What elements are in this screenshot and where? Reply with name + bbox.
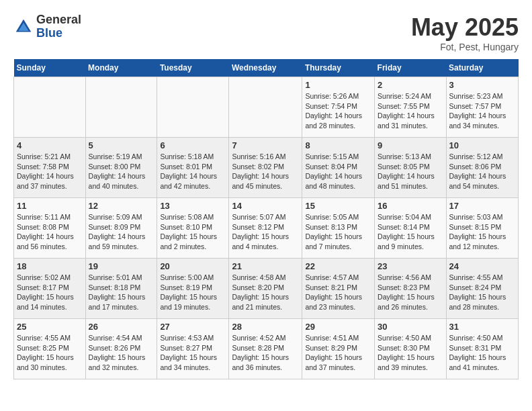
day-number: 21 <box>232 261 299 271</box>
calendar-cell: 13Sunrise: 5:08 AM Sunset: 8:10 PM Dayli… <box>157 198 229 259</box>
day-number: 10 <box>449 140 515 150</box>
header-row: SundayMondayTuesdayWednesdayThursdayFrid… <box>14 59 519 77</box>
day-info: Sunrise: 4:50 AM Sunset: 8:30 PM Dayligh… <box>378 333 443 373</box>
day-info: Sunrise: 5:13 AM Sunset: 8:05 PM Dayligh… <box>378 152 443 191</box>
day-info: Sunrise: 5:16 AM Sunset: 8:02 PM Dayligh… <box>232 152 299 191</box>
calendar-cell: 31Sunrise: 4:50 AM Sunset: 8:31 PM Dayli… <box>446 319 518 379</box>
title-block: May 2025 Fot, Pest, Hungary <box>411 13 519 52</box>
day-info: Sunrise: 4:57 AM Sunset: 8:21 PM Dayligh… <box>305 273 371 312</box>
calendar-cell: 25Sunrise: 4:55 AM Sunset: 8:25 PM Dayli… <box>14 319 86 379</box>
calendar-cell: 15Sunrise: 5:05 AM Sunset: 8:13 PM Dayli… <box>302 198 375 259</box>
day-number: 4 <box>17 140 83 150</box>
day-number: 25 <box>17 322 83 332</box>
calendar-cell: 28Sunrise: 4:52 AM Sunset: 8:28 PM Dayli… <box>229 319 302 379</box>
day-number: 27 <box>160 322 226 332</box>
day-info: Sunrise: 5:04 AM Sunset: 8:14 PM Dayligh… <box>378 212 443 252</box>
day-info: Sunrise: 5:08 AM Sunset: 8:10 PM Dayligh… <box>160 212 226 252</box>
day-number: 11 <box>17 201 83 211</box>
day-header-sunday: Sunday <box>14 59 86 77</box>
calendar-cell: 9Sunrise: 5:13 AM Sunset: 8:05 PM Daylig… <box>375 138 446 198</box>
logo-text: General Blue <box>36 13 81 40</box>
day-info: Sunrise: 5:19 AM Sunset: 8:00 PM Dayligh… <box>89 152 154 191</box>
day-number: 15 <box>305 201 371 211</box>
calendar-cell: 5Sunrise: 5:19 AM Sunset: 8:00 PM Daylig… <box>85 138 157 198</box>
calendar-week-4: 18Sunrise: 5:02 AM Sunset: 8:17 PM Dayli… <box>14 259 519 319</box>
calendar-cell: 2Sunrise: 5:24 AM Sunset: 7:55 PM Daylig… <box>375 77 446 138</box>
day-number: 23 <box>378 261 443 271</box>
day-number: 17 <box>449 201 515 211</box>
day-info: Sunrise: 5:07 AM Sunset: 8:12 PM Dayligh… <box>232 212 299 252</box>
day-info: Sunrise: 4:55 AM Sunset: 8:25 PM Dayligh… <box>17 333 83 373</box>
day-info: Sunrise: 5:12 AM Sunset: 8:06 PM Dayligh… <box>449 152 515 191</box>
calendar-cell: 14Sunrise: 5:07 AM Sunset: 8:12 PM Dayli… <box>229 198 302 259</box>
day-number: 9 <box>378 140 443 150</box>
day-number: 16 <box>378 201 443 211</box>
calendar-cell: 11Sunrise: 5:11 AM Sunset: 8:08 PM Dayli… <box>14 198 86 259</box>
day-info: Sunrise: 5:05 AM Sunset: 8:13 PM Dayligh… <box>305 212 371 252</box>
day-info: Sunrise: 5:01 AM Sunset: 8:18 PM Dayligh… <box>89 273 154 312</box>
calendar-cell: 3Sunrise: 5:23 AM Sunset: 7:57 PM Daylig… <box>446 77 518 138</box>
day-info: Sunrise: 4:58 AM Sunset: 8:20 PM Dayligh… <box>232 273 299 312</box>
calendar-cell: 21Sunrise: 4:58 AM Sunset: 8:20 PM Dayli… <box>229 259 302 319</box>
day-number: 31 <box>449 322 515 332</box>
calendar-cell: 4Sunrise: 5:21 AM Sunset: 7:58 PM Daylig… <box>14 138 86 198</box>
day-info: Sunrise: 5:02 AM Sunset: 8:17 PM Dayligh… <box>17 273 83 312</box>
day-info: Sunrise: 5:21 AM Sunset: 7:58 PM Dayligh… <box>17 152 83 191</box>
calendar-week-3: 11Sunrise: 5:11 AM Sunset: 8:08 PM Dayli… <box>14 198 519 259</box>
page-header: General Blue May 2025 Fot, Pest, Hungary <box>13 13 519 52</box>
day-number: 5 <box>89 140 154 150</box>
day-number: 29 <box>305 322 371 332</box>
calendar-cell <box>85 77 157 138</box>
logo: General Blue <box>13 13 81 40</box>
day-number: 24 <box>449 261 515 271</box>
day-header-saturday: Saturday <box>446 59 518 77</box>
day-number: 12 <box>89 201 154 211</box>
calendar-cell: 7Sunrise: 5:16 AM Sunset: 8:02 PM Daylig… <box>229 138 302 198</box>
day-info: Sunrise: 5:15 AM Sunset: 8:04 PM Dayligh… <box>305 152 371 191</box>
day-number: 18 <box>17 261 83 271</box>
calendar-cell: 17Sunrise: 5:03 AM Sunset: 8:15 PM Dayli… <box>446 198 518 259</box>
day-number: 8 <box>305 140 371 150</box>
calendar-cell: 29Sunrise: 4:51 AM Sunset: 8:29 PM Dayli… <box>302 319 375 379</box>
day-number: 14 <box>232 201 299 211</box>
calendar-cell <box>157 77 229 138</box>
logo-blue: Blue <box>36 27 81 40</box>
day-info: Sunrise: 4:51 AM Sunset: 8:29 PM Dayligh… <box>305 333 371 373</box>
month-title: May 2025 <box>411 13 519 42</box>
day-number: 28 <box>232 322 299 332</box>
calendar-cell: 23Sunrise: 4:56 AM Sunset: 8:23 PM Dayli… <box>375 259 446 319</box>
day-number: 26 <box>89 322 154 332</box>
calendar-cell: 27Sunrise: 4:53 AM Sunset: 8:27 PM Dayli… <box>157 319 229 379</box>
calendar-cell <box>229 77 302 138</box>
calendar-cell <box>14 77 86 138</box>
calendar-cell: 1Sunrise: 5:26 AM Sunset: 7:54 PM Daylig… <box>302 77 375 138</box>
day-number: 22 <box>305 261 371 271</box>
day-header-thursday: Thursday <box>302 59 375 77</box>
calendar-cell: 10Sunrise: 5:12 AM Sunset: 8:06 PM Dayli… <box>446 138 518 198</box>
calendar-table: SundayMondayTuesdayWednesdayThursdayFrid… <box>13 59 519 379</box>
day-info: Sunrise: 4:55 AM Sunset: 8:24 PM Dayligh… <box>449 273 515 312</box>
calendar-cell: 24Sunrise: 4:55 AM Sunset: 8:24 PM Dayli… <box>446 259 518 319</box>
calendar-cell: 26Sunrise: 4:54 AM Sunset: 8:26 PM Dayli… <box>85 319 157 379</box>
logo-icon <box>13 17 34 37</box>
calendar-cell: 20Sunrise: 5:00 AM Sunset: 8:19 PM Dayli… <box>157 259 229 319</box>
day-number: 2 <box>378 80 443 90</box>
calendar-cell: 6Sunrise: 5:18 AM Sunset: 8:01 PM Daylig… <box>157 138 229 198</box>
day-header-wednesday: Wednesday <box>229 59 302 77</box>
calendar-week-2: 4Sunrise: 5:21 AM Sunset: 7:58 PM Daylig… <box>14 138 519 198</box>
day-header-tuesday: Tuesday <box>157 59 229 77</box>
day-info: Sunrise: 5:23 AM Sunset: 7:57 PM Dayligh… <box>449 91 515 131</box>
day-number: 1 <box>305 80 371 90</box>
day-info: Sunrise: 5:18 AM Sunset: 8:01 PM Dayligh… <box>160 152 226 191</box>
day-number: 7 <box>232 140 299 150</box>
day-info: Sunrise: 5:24 AM Sunset: 7:55 PM Dayligh… <box>378 91 443 131</box>
calendar-week-1: 1Sunrise: 5:26 AM Sunset: 7:54 PM Daylig… <box>14 77 519 138</box>
day-info: Sunrise: 4:56 AM Sunset: 8:23 PM Dayligh… <box>378 273 443 312</box>
day-info: Sunrise: 4:54 AM Sunset: 8:26 PM Dayligh… <box>89 333 154 373</box>
day-info: Sunrise: 4:53 AM Sunset: 8:27 PM Dayligh… <box>160 333 226 373</box>
day-number: 19 <box>89 261 154 271</box>
day-info: Sunrise: 5:03 AM Sunset: 8:15 PM Dayligh… <box>449 212 515 252</box>
day-number: 20 <box>160 261 226 271</box>
day-header-monday: Monday <box>85 59 157 77</box>
calendar-cell: 12Sunrise: 5:09 AM Sunset: 8:09 PM Dayli… <box>85 198 157 259</box>
